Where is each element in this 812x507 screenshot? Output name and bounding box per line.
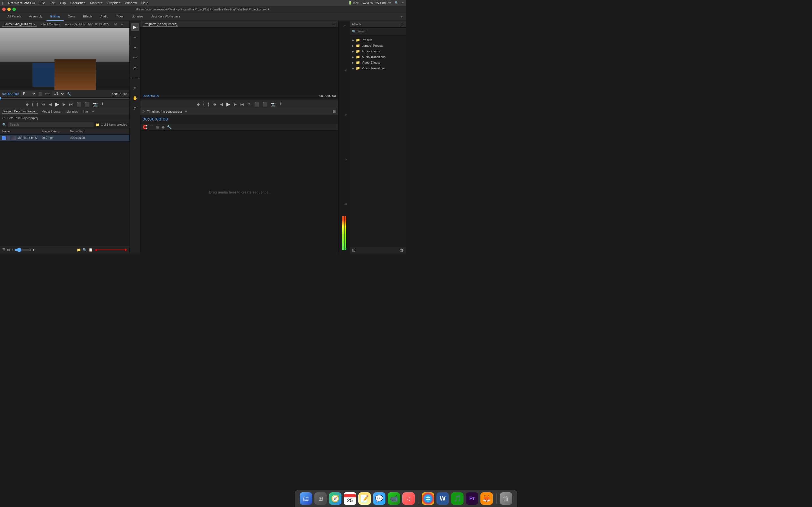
program-menu-icon[interactable]: ☰ [333,22,336,26]
close-button[interactable] [2,8,6,11]
icon-view-button[interactable]: ⊞ [7,248,10,252]
insert-button[interactable]: ⬛ [75,102,82,107]
effect-category-video-effects[interactable]: ▶ 📁 Video Effects [350,60,406,65]
tab-effects[interactable]: Effects [79,12,96,21]
source-timecode-current[interactable]: 00:00:00;00 [2,92,18,96]
list-view-button[interactable]: ☰ [2,248,5,252]
new-item-button[interactable]: 📋 [89,248,93,252]
tab-libraries[interactable]: Libraries [128,12,147,21]
prog-step-back-btn[interactable]: ◀ [219,102,224,107]
tab-info[interactable]: Info [82,109,89,114]
col-header-mediastart[interactable]: Media Start [70,130,98,133]
timeline-wrench-icon[interactable]: 🔧 [167,125,172,129]
help-menu[interactable]: Help [141,1,148,5]
timeline-magnet-icon[interactable]: 🧲 [143,125,147,129]
tab-color[interactable]: Color [64,12,79,21]
effect-category-lumetri[interactable]: ▶ 📁 Lumetri Presets [350,43,406,48]
timeline-link-icon[interactable]: ⌒ [150,124,154,129]
source-tab-source[interactable]: Source: MVI_0013.MOV [2,22,37,26]
prog-add-btn[interactable]: + [278,101,283,107]
effect-category-audio-transitions[interactable]: ▶ 📁 Audio Transitions [350,54,406,60]
sequence-menu[interactable]: Sequence [70,1,86,5]
window-menu[interactable]: Window [125,1,137,5]
source-tab-overflow-m[interactable]: M [113,22,118,26]
timeline-menu-icon[interactable]: ☰ [185,110,188,113]
col-header-name[interactable]: Name [2,130,42,133]
clip-menu[interactable]: Clip [60,1,66,5]
table-row[interactable]: MVI_0013.MOV 29.97 fps 00:00:00:00 [0,135,130,142]
tab-titles[interactable]: Titles [112,12,128,21]
project-search-input[interactable] [8,122,94,127]
graphics-menu[interactable]: Graphics [107,1,120,5]
source-tab-effect-controls[interactable]: Effect Controls [40,22,61,26]
col-header-framerate[interactable]: Frame Rate ▲ [42,130,70,133]
prog-camera-btn[interactable]: 📷 [270,102,276,107]
frame-export-icon[interactable]: ⬛ [38,92,43,96]
search-button[interactable]: 🔍 [83,248,87,252]
notification-icon[interactable]: ≡ [402,1,404,5]
tab-jacindas-workspace[interactable]: Jacinda's Workspace [147,12,184,21]
prog-mark-in-icon[interactable]: { [202,102,206,107]
prog-safe-btn[interactable]: ⬛ [253,102,260,107]
prog-loop-btn[interactable]: ⟳ [247,102,252,107]
tool-track-select[interactable]: ⇒ [131,33,139,41]
timeline-panel-menu[interactable]: ⊞ [333,110,336,114]
new-folder-icon[interactable]: 📁 [95,123,100,127]
mark-in-button[interactable]: ◆ [25,102,30,107]
new-bin-button[interactable]: 📁 [77,248,81,252]
tool-ripple-edit[interactable]: ↔ [131,43,139,51]
delete-item-icon[interactable]: 🗑 [399,247,404,252]
prog-go-out-btn[interactable]: ⏭ [239,102,245,107]
effects-menu-icon[interactable]: ☰ [401,22,404,26]
prog-go-in-btn[interactable]: ⏮ [212,102,217,107]
maximize-button[interactable] [12,8,16,11]
source-playhead[interactable] [0,97,1,100]
tool-pen[interactable]: ✒ [131,84,139,92]
tab-media-browser[interactable]: Media Browser [41,109,63,114]
timeline-add-track-icon[interactable]: ⊞ [156,125,159,129]
prog-safe2-btn[interactable]: ⬛ [262,102,268,107]
tool-rate-stretch[interactable]: ⟺ [131,54,139,61]
tab-editing[interactable]: Editing [47,12,64,21]
source-tab-audio-mixer[interactable]: Audio Clip Mixer: MVI_0013.MOV [64,22,110,26]
edit-menu[interactable]: Edit [50,1,56,5]
workspace-overflow[interactable]: » [401,15,403,18]
row-checkbox[interactable] [2,136,6,140]
effect-category-video-transitions[interactable]: ▶ 📁 Video Transitions [350,65,406,71]
project-overflow[interactable]: » [92,109,94,114]
tab-all-panels[interactable]: All Panels [3,12,25,21]
apple-menu[interactable]:  [2,1,4,5]
source-expand-button[interactable]: » [121,22,123,26]
fit-dropdown[interactable]: Fit 10% 25% 50% 75% 100% [21,91,36,96]
markers-menu[interactable]: Markers [90,1,102,5]
prog-play-btn[interactable]: ▶ [225,101,231,107]
safe-margin-icon[interactable]: ⟺ [45,92,50,96]
prog-mark-out-icon[interactable]: } [207,102,210,107]
timeline-close-icon[interactable]: ✕ [143,110,146,114]
tab-project[interactable]: Project: Beta Test Project [2,109,38,114]
scale-dropdown[interactable]: 1/2 Full 1/4 1/8 [52,91,64,96]
tab-audio[interactable]: Audio [96,12,112,21]
effect-category-presets[interactable]: ▶ 📁 Presets [350,37,406,43]
tool-type[interactable]: T [131,104,139,112]
step-forward-button[interactable]: ▶ [62,102,66,107]
prog-mark-in-btn[interactable]: ◆ [196,102,201,107]
mark-out-icon[interactable]: } [36,102,39,107]
overwrite-button[interactable]: ⬛ [84,102,90,107]
spotlight-icon[interactable]: 🔍 [395,1,399,5]
source-timeline-bar[interactable] [0,97,130,100]
tool-slip[interactable]: ⟵⟶ [131,74,139,82]
timeline-timecode-display[interactable]: 00;00;00;00 [143,117,168,121]
effects-search-input[interactable] [357,30,404,33]
step-back-button[interactable]: ◀ [48,102,53,107]
tab-libraries[interactable]: Libraries [65,109,79,114]
play-button[interactable]: ▶ [54,101,60,107]
zoom-slider[interactable] [14,247,31,252]
tool-selection[interactable]: ▶ [131,23,139,31]
add-button[interactable]: + [100,101,105,107]
program-tab[interactable]: Program: (no sequences) [143,22,178,26]
mark-in-icon[interactable]: { [31,102,35,107]
new-custom-bin-icon[interactable]: ⊞ [352,247,356,252]
red-arrow-slider[interactable]: ◀ [94,248,127,252]
settings-icon[interactable]: 🔧 [67,92,71,96]
